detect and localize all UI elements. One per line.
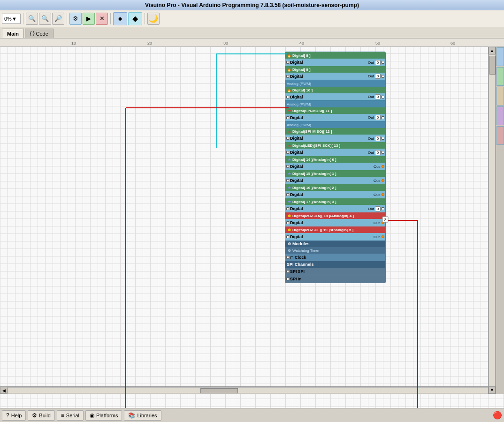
title-text: Visuino Pro - Visual Arduino Programming… <box>145 2 359 8</box>
pin-right-15 <box>382 179 384 182</box>
pin-left-8 <box>286 61 289 64</box>
main-content: 10 20 30 40 50 60 3 <box>0 38 504 408</box>
pin-right-8 <box>382 61 384 64</box>
v-scroll-thumb[interactable] <box>489 56 496 75</box>
ruler-top: 10 20 30 40 50 60 <box>0 38 504 47</box>
tab-code[interactable]: { } Code <box>25 29 53 38</box>
arduino-pins-block: 🔥 Digital[ 8 ] Digital Out 0 <box>285 52 386 283</box>
zoom-in-btn[interactable]: 🔍 <box>26 13 38 25</box>
h-scroll-thumb[interactable] <box>200 388 238 393</box>
right-panel-item-2[interactable] <box>496 67 504 86</box>
modules-section: ⚙ Modules ⚙ Watchdog Timer <box>285 241 385 254</box>
toolbar-sep-2 <box>67 13 67 24</box>
clock-section: ⊓ Clock <box>285 254 385 261</box>
pin-left-spiin <box>286 278 289 280</box>
pin-right-17 <box>382 207 384 210</box>
run-btn[interactable]: ▶ <box>83 13 95 25</box>
pin-row-15: ★ Digital[ 15 ]/AnalogIn[ 1 ] Digital Ou… <box>285 170 385 184</box>
pin-right-13 <box>382 151 384 154</box>
v-scroll-down[interactable]: ▼ <box>489 386 496 394</box>
v-scroll-up[interactable]: ▲ <box>489 47 496 54</box>
toolbar-sep-3 <box>110 13 111 24</box>
help-button[interactable]: ? Help <box>2 410 26 421</box>
pin-row-9: 🔥 Digital[ 9 ] Digital Out 0 Analog (PWM… <box>285 66 385 87</box>
settings-btn[interactable]: ⚙ <box>69 13 82 25</box>
pin-left-9 <box>286 75 289 78</box>
pin-left-10 <box>286 96 289 98</box>
pin-row-14: ★ Digital[ 14 ]/AnalogIn[ 0 ] Digital Ou… <box>285 156 385 170</box>
pin-left-14 <box>286 165 289 168</box>
pin-left-11 <box>286 116 289 119</box>
pin-right-19 <box>382 235 384 238</box>
moon-btn[interactable]: 🌙 <box>147 13 160 25</box>
toolbar: 0% ▼ 🔍 🔍 🔎 ⚙ ▶ ✕ ● ◆ 🌙 <box>0 10 504 27</box>
stop-btn[interactable]: ✕ <box>96 13 108 25</box>
pin-row-8: 🔥 Digital[ 8 ] Digital Out 0 <box>285 52 385 66</box>
platforms-button[interactable]: ◉ Platforms <box>85 410 122 421</box>
pin-right-9 <box>382 75 384 78</box>
serial-icon: ≡ <box>61 412 64 419</box>
toolbar-sep-4 <box>145 13 145 24</box>
serial-button[interactable]: ≡ Serial <box>57 410 84 421</box>
pin-row-16: ★ Digital[ 16 ]/AnalogIn[ 2 ] Digital Ou… <box>285 184 385 198</box>
zoom-display[interactable]: 0% ▼ <box>2 14 21 24</box>
right-panel-item-5[interactable] <box>496 126 504 145</box>
tab-bar: Main { } Code <box>0 27 504 38</box>
status-bar: ? Help ⚙ Build ≡ Serial ◉ Platforms 📚 Li… <box>0 408 504 422</box>
v-scroll-track[interactable] <box>489 54 496 394</box>
pin-left-clock <box>286 256 289 259</box>
pin-left-15 <box>286 179 289 182</box>
pin-right-11 <box>382 116 384 119</box>
title-bar: Visuino Pro - Visual Arduino Programming… <box>0 0 504 10</box>
zoom-out-btn[interactable]: 🔍 <box>39 13 51 25</box>
pin-row-18: ⊕ Digital(I2C-SDA)[ 18 ]/AnalogIn[ 4 ] D… <box>285 212 385 226</box>
vertical-scrollbar[interactable]: ▲ ▼ <box>488 47 496 394</box>
pin-left-13 <box>286 151 289 154</box>
pin-row-19: ⊕ Digital(I2C-SCL)[ 19 ]/AnalogIn[ 5 ] D… <box>285 226 385 241</box>
error-indicator: 🔴 <box>493 411 502 420</box>
pin-right-16 <box>382 193 384 196</box>
right-panel-item-3[interactable] <box>496 87 504 106</box>
upload-btn[interactable]: ● <box>113 12 127 25</box>
pin-left-12 <box>286 137 289 140</box>
zoom-fit-btn[interactable]: 🔎 <box>52 13 64 25</box>
pin-left-spi <box>286 270 289 273</box>
pin-left-19 <box>286 235 289 238</box>
pin-row-10: 🔥 Digital[ 10 ] Digital Out 0 Analog (PW… <box>285 87 385 107</box>
build-button[interactable]: ⚙ Build <box>28 410 54 421</box>
pin-row-12: ★ Digital(SPI-MISO)[ 12 ] Digital Out 0 <box>285 128 385 142</box>
pin-row-17: ★ Digital[ 17 ]/AnalogIn[ 3 ] Digital Ou… <box>285 198 385 212</box>
pin-left-18 <box>286 221 289 224</box>
toolbar-sep-1 <box>23 13 23 24</box>
pin-row-11: ★ Digital(SPI-MOSI)[ 11 ] Digital Out 0 … <box>285 107 385 128</box>
build-icon: ⚙ <box>32 412 37 419</box>
pin-right-14 <box>382 165 384 168</box>
libraries-button[interactable]: 📚 Libraries <box>124 410 161 421</box>
canvas-content: 3 🔥 Digital[ 8 ] Digital Out 0 <box>0 47 504 408</box>
pin-row-13: ★ Digital(LED)(SPI-SCK)[ 13 ] Digital Ou… <box>285 142 385 156</box>
upload2-btn[interactable]: ◆ <box>128 12 142 25</box>
pin-right-12 <box>382 137 384 140</box>
libraries-icon: 📚 <box>128 412 135 419</box>
horizontal-scrollbar[interactable]: ◀ ▶ <box>0 386 496 394</box>
right-panel <box>496 47 504 394</box>
spi-channels-section: SPI Channels SPI SPI SPI In <box>285 261 385 283</box>
wires-svg: 3 <box>0 47 504 408</box>
pin-right-10 <box>382 96 384 98</box>
tab-main[interactable]: Main <box>2 29 24 38</box>
right-panel-item-4[interactable] <box>496 106 504 125</box>
pin-left-17 <box>286 207 289 210</box>
h-scroll-left[interactable]: ◀ <box>0 387 8 394</box>
help-icon: ? <box>6 412 9 419</box>
pin-left-16 <box>286 193 289 196</box>
h-scroll-track[interactable] <box>8 387 489 393</box>
canvas-area[interactable]: 10 20 30 40 50 60 3 <box>0 38 504 408</box>
right-panel-item-1[interactable] <box>496 47 504 66</box>
platforms-icon: ◉ <box>90 412 94 419</box>
pin-right-18 <box>382 221 384 224</box>
